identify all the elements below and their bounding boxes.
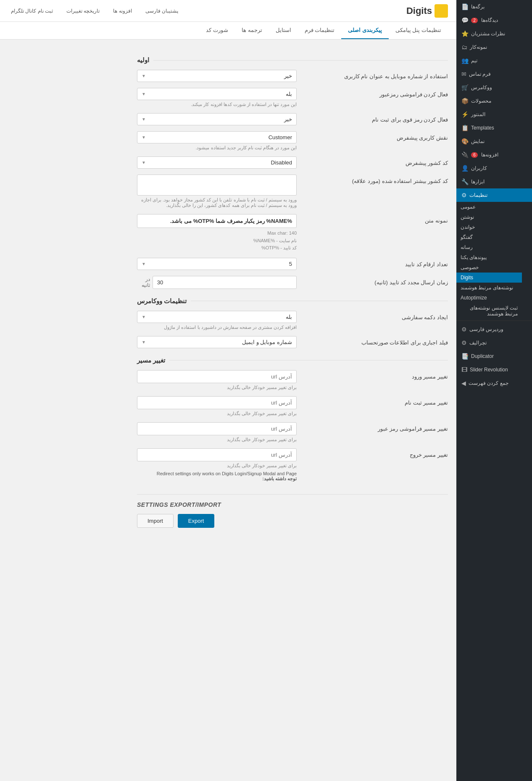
section-line-redirect-left xyxy=(169,360,448,360)
topbar-nav-plugins[interactable]: افزونه ها xyxy=(111,6,134,16)
sidebar-sub-autoptimize[interactable]: Autoptimize xyxy=(456,293,522,303)
sidebar-item-duplicator[interactable]: Duplicator 📑 xyxy=(456,349,532,363)
sidebar-item-comments[interactable]: دیدگاه‌ها 2 💬 xyxy=(456,13,532,27)
favorite-country-input-area xyxy=(137,175,297,196)
setting-row-register-redirect: تغییر مسیر ثبت نام برای تغییر مسیر خودکا… xyxy=(137,396,448,416)
sidebar-item-wp-persian[interactable]: وردپرس فارسی ⚙ xyxy=(456,323,532,336)
products-icon: 📦 xyxy=(461,98,469,104)
select-otp-digits[interactable]: 4 5 6 xyxy=(142,261,292,267)
select-wrap-billing-field[interactable]: شماره موبایل و ایمیل شماره موبایل ایمیل … xyxy=(137,336,297,348)
primary-section-header: اولیه xyxy=(137,56,448,64)
export-import-buttons: Import Export xyxy=(137,514,448,528)
sidebar-item-team[interactable]: تیم 👥 xyxy=(456,54,532,67)
topbar-nav-support[interactable]: پشتیبان فارسی xyxy=(143,6,181,16)
select-wrap-strong-password[interactable]: خیر بله ▼ xyxy=(137,113,297,125)
sidebar-item-templates[interactable]: Templates 📋 xyxy=(456,121,532,135)
setting-control-logout-redirect: برای تغییر مسیر خودکار خالی بگذارید Redi… xyxy=(137,448,297,482)
sidebar-sub-writing[interactable]: نوشتن xyxy=(456,212,522,222)
sidebar-sub-reading[interactable]: خواندن xyxy=(456,222,522,232)
select-wrap-default-role[interactable]: Customer Subscriber Editor ▼ xyxy=(137,131,297,143)
sidebar-item-reviews[interactable]: نظرات مشتریان ⭐ xyxy=(456,27,532,40)
sidebar-item-pages[interactable]: برگه‌ها 📄 xyxy=(456,0,532,13)
import-button[interactable]: Import xyxy=(137,514,174,528)
sidebar-sub-general[interactable]: عمومی xyxy=(456,202,522,212)
sidebar-sub-media[interactable]: رسانه xyxy=(456,242,522,252)
setting-control-mobile-username: خیر بله ▼ xyxy=(137,70,297,82)
select-mobile-username[interactable]: خیر بله xyxy=(142,73,292,79)
sidebar-sub-digits[interactable]: Digits xyxy=(456,273,522,283)
tab-shortcode[interactable]: شورت کد xyxy=(199,22,235,39)
redirect-section-title: تغییر مسیر xyxy=(137,357,165,364)
export-import-title: SETTINGS EXPORT/IMPORT xyxy=(137,501,448,508)
sidebar-item-woocommerce[interactable]: ووکامرس 🛒 xyxy=(456,81,532,94)
select-strong-password[interactable]: خیر بله xyxy=(142,116,292,122)
setting-label-billing-field: فیلد اجباری برای اطلاعات صورتحساب xyxy=(361,336,448,346)
sidebar-item-plugins[interactable]: افزونه‌ها 6 🔌 xyxy=(456,148,532,161)
sidebar-sub-discussion[interactable]: گفتگو xyxy=(456,232,522,242)
redirect-section-header: تغییر مسیر xyxy=(137,357,448,364)
sidebar-item-elementor[interactable]: المنتور ⚡ xyxy=(456,108,532,121)
sidebar-item-tacharalife[interactable]: تچرالیف ⚙ xyxy=(456,336,532,349)
topbar: Digits پشتیبان فارسی افزونه ها تاریخچه ت… xyxy=(0,0,456,22)
topbar-nav-changelog[interactable]: تاریخچه تغییرات xyxy=(64,6,102,16)
forgot-redirect-input[interactable] xyxy=(137,422,297,435)
setting-row-favorite-country: کد کشور بیشتر استفاده شده (مورد علاقه) و… xyxy=(137,175,448,208)
sidebar-item-tools[interactable]: ابزارها 🔧 xyxy=(456,175,532,188)
sidebar-sub-permalinks[interactable]: پیوندهای یکتا xyxy=(456,252,522,262)
tab-style[interactable]: استایل xyxy=(269,22,298,39)
settings-submenu: عمومی نوشتن خواندن گفتگو رسانه پیوندهای … xyxy=(456,202,532,319)
collapse-icon: ◀ xyxy=(461,380,466,387)
setting-control-register-redirect: برای تغییر مسیر خودکار خالی بگذارید xyxy=(137,396,297,416)
setting-row-otp-template: نمونه متن %NAME% رمز یکبار مصرف شما %OTP… xyxy=(137,214,448,252)
select-wrap-otp-digits[interactable]: 4 5 6 ▼ xyxy=(137,258,297,270)
sidebar-item-collapse[interactable]: جمع کردن فهرست ◀ xyxy=(456,376,532,390)
setting-label-password-recovery: فعال کردن فراموشی رمزعبور xyxy=(379,88,448,98)
select-billing-field[interactable]: شماره موبایل و ایمیل شماره موبایل ایمیل xyxy=(142,339,292,345)
users-icon: 👤 xyxy=(461,165,469,172)
duplicator-icon: 📑 xyxy=(461,353,469,360)
main-wrap: Digits پشتیبان فارسی افزونه ها تاریخچه ت… xyxy=(0,0,456,781)
hint-checkout-button: افزافه کردن مشتری در صفحه سفارش در داشبو… xyxy=(137,325,297,330)
sidebar-sub-smart-license[interactable]: ثبت لایسنس نوشته‌های مرتبط هوشمند xyxy=(456,303,522,319)
portfolio-icon: 🗂 xyxy=(461,44,467,50)
tabs-bar: تنظیمات پنل پیامکی پیکربندی اصلی تنظیمات… xyxy=(0,22,456,40)
sidebar-item-slider-revolution[interactable]: Slider Revolution 🎞 xyxy=(456,363,532,376)
select-default-role[interactable]: Customer Subscriber Editor xyxy=(142,134,292,140)
sidebar-item-appearance[interactable]: نمایش 🎨 xyxy=(456,135,532,148)
tab-translations[interactable]: ترجمه ها xyxy=(235,22,269,39)
setting-label-default-country: کد کشور پیشفرض xyxy=(381,156,448,166)
sidebar-item-contact[interactable]: فرم تماس ✉ xyxy=(456,67,532,81)
setting-row-mobile-username: استفاده از شماره موبایل به عنوان نام کار… xyxy=(137,70,448,82)
setting-control-forgot-redirect: برای تغییر مسیر خودکار خالی بگذارید xyxy=(137,422,297,442)
select-wrap-mobile-username[interactable]: خیر بله ▼ xyxy=(137,70,297,82)
select-wrap-checkout-button[interactable]: بله خیر ▼ xyxy=(137,311,297,323)
setting-label-register-redirect: تغییر مسیر ثبت نام xyxy=(381,396,448,406)
tab-main-config[interactable]: پیکربندی اصلی xyxy=(341,22,389,39)
topbar-nav-telegram[interactable]: ثبت نام کانال تلگرام xyxy=(8,6,55,16)
sidebar-item-portfolio[interactable]: نمونه‌کار 🗂 xyxy=(456,40,532,54)
register-redirect-input[interactable] xyxy=(137,396,297,409)
select-default-country[interactable]: Disabled Iran (+98) Afghanistan (+93) xyxy=(142,159,292,166)
woocommerce-icon: 🛒 xyxy=(461,84,469,91)
setting-control-otp-template: %NAME% رمز یکبار مصرف شما %OTP% می باشد.… xyxy=(137,214,297,252)
logo: Digits xyxy=(406,4,448,18)
contact-icon: ✉ xyxy=(461,71,466,77)
tab-form-settings[interactable]: تنظیمات فرم xyxy=(298,22,342,39)
select-wrap-password-recovery[interactable]: بله خیر ▼ xyxy=(137,88,297,100)
sidebar-sub-privacy[interactable]: خصوصی xyxy=(456,262,522,273)
logout-redirect-input[interactable] xyxy=(137,448,297,461)
export-button[interactable]: Export xyxy=(178,514,215,528)
sidebar-item-users[interactable]: کاربران 👤 xyxy=(456,161,532,175)
sidebar-item-settings[interactable]: تنظیمات ⚙ xyxy=(456,188,532,202)
tab-sms-panel[interactable]: تنظیمات پنل پیامکی xyxy=(389,22,448,39)
sidebar-item-products[interactable]: محصولات 📦 xyxy=(456,94,532,108)
resend-time-input[interactable]: 30 xyxy=(153,276,297,289)
setting-label-favorite-country: کد کشور بیشتر استفاده شده (مورد علاقه) xyxy=(352,175,448,184)
select-wrap-default-country[interactable]: Disabled Iran (+98) Afghanistan (+93) ▼ xyxy=(137,156,297,169)
primary-section-title: اولیه xyxy=(137,56,149,64)
sidebar-sub-smart-related[interactable]: نوشته‌های مرتبط هوشمند xyxy=(456,283,522,293)
woocommerce-section-header: تنظیمات ووکامرس xyxy=(137,297,448,305)
select-password-recovery[interactable]: بله خیر xyxy=(142,91,292,97)
login-redirect-input[interactable] xyxy=(137,370,297,383)
select-checkout-button[interactable]: بله خیر xyxy=(142,314,292,320)
